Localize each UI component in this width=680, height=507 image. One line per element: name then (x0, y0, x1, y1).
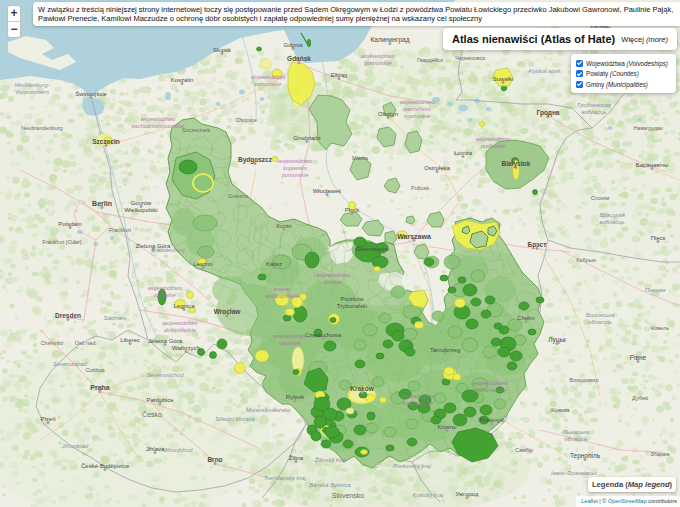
svg-text:Konin: Konin (276, 223, 291, 229)
svg-text:Krosno: Krosno (437, 424, 457, 430)
svg-text:Grudziądz: Grudziądz (293, 135, 320, 141)
svg-text:Słupsk: Słupsk (213, 47, 232, 53)
svg-text:Mława: Mława (352, 155, 369, 161)
svg-text:województwo: województwo (278, 158, 313, 164)
svg-text:Луцьк: Луцьк (548, 336, 566, 344)
svg-text:województwo: województwo (361, 53, 396, 59)
svg-text:warmińsko: warmińsko (403, 106, 431, 112)
svg-text:Рівне: Рівне (630, 354, 647, 361)
svg-text:Piotrków: Piotrków (340, 296, 364, 302)
svg-text:Łomża: Łomża (454, 150, 473, 156)
svg-text:České Budějovice: České Budějovice (81, 463, 130, 469)
svg-text:województwo: województwo (316, 272, 351, 278)
svg-text:Koszalin: Koszalin (171, 77, 194, 83)
svg-text:podkarpackie: podkarpackie (472, 387, 508, 393)
svg-text:Kalisz: Kalisz (266, 261, 282, 267)
svg-text:Гродна: Гродна (537, 109, 560, 117)
svg-text:Gorzów: Gorzów (131, 200, 152, 206)
svg-text:Баранавічы: Баранавічы (636, 162, 669, 168)
svg-text:Самбір: Самбір (515, 447, 533, 453)
svg-text:Frankfurt (Oder): Frankfurt (Oder) (42, 239, 82, 245)
svg-text:Pardubice: Pardubice (146, 397, 174, 403)
svg-text:wielkopolskie: wielkopolskie (265, 293, 300, 299)
svg-text:Kraków: Kraków (350, 385, 374, 392)
svg-text:Elbląg: Elbląg (331, 72, 348, 78)
svg-text:Chełm: Chełm (517, 315, 534, 321)
svg-text:mazurskie: mazurskie (404, 113, 431, 119)
svg-text:Świnoujście: Świnoujście (75, 90, 107, 97)
svg-text:Warszawa: Warszawa (397, 233, 431, 240)
svg-text:Tarnobrzeg: Tarnobrzeg (430, 347, 460, 353)
svg-text:Калининград: Калининград (370, 36, 409, 44)
svg-text:Liberec: Liberec (120, 337, 140, 343)
svg-text:Пінск: Пінск (651, 235, 666, 241)
svg-text:Płock: Płock (345, 207, 361, 213)
svg-text:Gniezno: Gniezno (228, 193, 249, 199)
svg-text:pomorskie: pomorskie (254, 81, 283, 87)
svg-text:Frankfurt: Frankfurt (109, 227, 131, 233)
svg-text:Жовква: Жовква (550, 407, 570, 413)
svg-text:Черняховск: Черняховск (455, 55, 485, 61)
svg-text:pomorskie: pomorskie (281, 172, 310, 178)
svg-text:Suwałki: Suwałki (493, 76, 514, 82)
svg-text:pomorskie: pomorskie (364, 60, 393, 66)
svg-text:Pułtusk: Pułtusk (411, 185, 429, 191)
svg-text:Волинська: Волинська (586, 312, 615, 318)
svg-text:Banská Bystrica: Banská Bystrica (309, 482, 351, 488)
svg-text:Гвардейск: Гвардейск (417, 57, 444, 63)
svg-text:Gdynia: Gdynia (283, 42, 303, 48)
svg-text:Wrocław: Wrocław (214, 308, 242, 315)
svg-text:dolnośląskie: dolnośląskie (164, 327, 197, 333)
svg-text:Białystok: Białystok (502, 160, 531, 168)
svg-text:Trybunalski: Trybunalski (337, 303, 367, 309)
svg-text:województwo: województwo (163, 320, 198, 326)
svg-text:łódzkie: łódzkie (324, 279, 343, 285)
svg-text:Leszno: Leszno (193, 261, 213, 267)
svg-text:Alytaus apsk.: Alytaus apsk. (527, 68, 562, 74)
svg-text:Legnica: Legnica (173, 303, 195, 309)
svg-text:województwo: województwo (148, 285, 183, 291)
svg-text:Praha: Praha (90, 384, 110, 391)
svg-text:Brandenburg: Brandenburg (151, 247, 185, 253)
svg-text:kujawsko: kujawsko (283, 165, 308, 171)
svg-text:województwo: województwo (476, 136, 511, 142)
svg-text:województwo: województwo (273, 333, 308, 339)
svg-text:Slovensko: Slovensko (332, 492, 364, 499)
svg-text:Львівська: Львівська (562, 429, 590, 435)
svg-text:zachodniopomorskie: zachodniopomorskie (130, 123, 185, 129)
svg-text:Vorpommern: Vorpommern (15, 89, 48, 95)
svg-text:Слонім: Слонім (591, 195, 610, 201)
svg-text:Trenčiansky kraj: Trenčiansky kraj (264, 475, 306, 481)
svg-text:Moravskoslezsko: Moravskoslezsko (246, 407, 291, 413)
svg-text:Дубно: Дубно (632, 395, 648, 401)
svg-text:Košický kraj: Košický kraj (413, 492, 445, 498)
svg-text:Chemnitz: Chemnitz (40, 340, 63, 346)
svg-text:Częstochowa: Częstochowa (305, 332, 342, 338)
svg-text:Olsztyn: Olsztyn (378, 111, 398, 117)
svg-text:Jihlava: Jihlava (146, 446, 165, 452)
svg-text:Gdańsk: Gdańsk (287, 55, 311, 62)
svg-text:Навагрудак: Навагрудак (633, 125, 663, 131)
svg-text:Mecklenburg-: Mecklenburg- (14, 82, 49, 88)
svg-text:wojew.: wojew. (273, 286, 290, 292)
svg-text:Jelenia Góra: Jelenia Góra (148, 338, 183, 344)
svg-text:область: область (588, 319, 612, 325)
svg-text:Jihozápad: Jihozápad (61, 443, 89, 449)
svg-text:Bydgoszcz: Bydgoszcz (238, 156, 273, 164)
svg-text:Szczecin: Szczecin (92, 138, 119, 145)
svg-text:Prešovský kraj: Prešovský kraj (393, 463, 431, 469)
svg-text:Dresden: Dresden (55, 312, 81, 319)
svg-text:Žilina: Žilina (289, 454, 304, 461)
svg-text:województwo: województwo (400, 99, 435, 105)
svg-text:Przemyśl: Przemyśl (480, 417, 505, 423)
svg-text:podlaskie: podlaskie (480, 143, 506, 149)
svg-text:Ковель: Ковель (651, 325, 669, 331)
svg-text:Chojnice: Chojnice (235, 117, 256, 123)
svg-text:Збараж: Збараж (650, 451, 670, 457)
svg-text:Пінская: Пінская (645, 287, 666, 293)
svg-text:Sachsen: Sachsen (104, 315, 127, 321)
svg-text:Žilinský kraj: Žilinský kraj (314, 456, 346, 463)
svg-text:Cottbus: Cottbus (86, 367, 105, 373)
svg-text:Jihovýchod: Jihovýchod (162, 447, 193, 453)
svg-text:Włocławek: Włocławek (313, 188, 343, 194)
